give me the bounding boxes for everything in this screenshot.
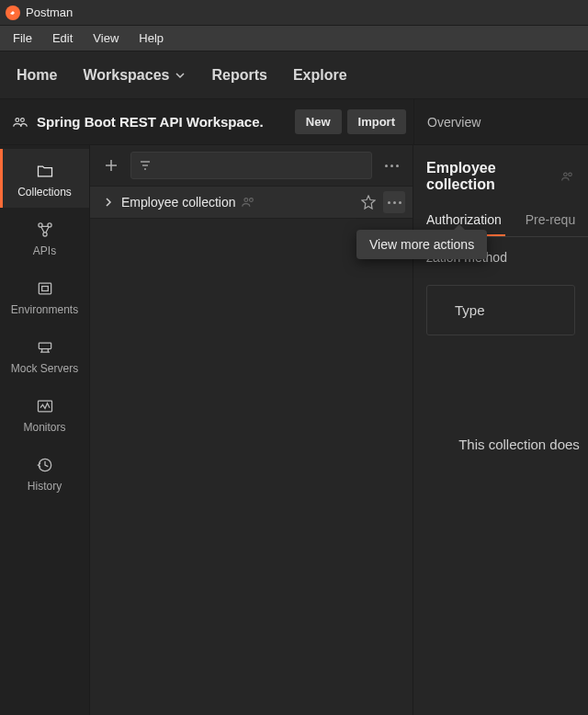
sidebar-item-apis[interactable]: APIs	[0, 208, 89, 267]
svg-point-2	[20, 118, 24, 121]
monitor-icon	[36, 397, 54, 415]
folder-icon	[36, 162, 54, 180]
auth-type-label: Type	[455, 302, 485, 318]
svg-point-5	[42, 233, 46, 236]
empty-collection-text: This collection does	[413, 437, 588, 452]
people-icon	[13, 117, 28, 128]
collection-more-actions-button[interactable]	[383, 191, 405, 213]
nav-workspaces[interactable]: Workspaces	[83, 67, 186, 84]
detail-title: Employee collection	[426, 160, 556, 193]
nav-workspaces-label: Workspaces	[83, 67, 169, 84]
svg-rect-7	[41, 287, 48, 291]
sidebar-item-mock-servers[interactable]: Mock Servers	[0, 325, 89, 384]
filter-icon	[139, 159, 152, 172]
chevron-down-icon	[175, 70, 186, 81]
postman-logo-icon	[6, 6, 20, 20]
svg-rect-9	[38, 401, 51, 412]
detail-title-row: Employee collection	[413, 145, 588, 204]
collections-panel: Employee collection View more actions	[90, 145, 413, 715]
chevron-right-icon	[103, 197, 114, 208]
star-icon[interactable]	[361, 195, 376, 210]
sidebar: Collections APIs Environments Mock Serve…	[0, 145, 90, 715]
sidebar-item-collections[interactable]: Collections	[0, 149, 89, 208]
menu-edit[interactable]: Edit	[43, 28, 82, 49]
filter-input[interactable]	[130, 152, 372, 179]
svg-point-1	[16, 118, 19, 121]
nav-explore[interactable]: Explore	[293, 67, 347, 84]
tab-prerequest[interactable]: Pre-requ	[522, 212, 579, 236]
sidebar-item-environments[interactable]: Environments	[0, 267, 89, 325]
collections-options-button[interactable]	[378, 152, 405, 179]
create-new-button[interactable]	[97, 152, 125, 179]
svg-point-12	[249, 199, 253, 202]
menu-file[interactable]: File	[4, 28, 41, 49]
workspace-title[interactable]: Spring Boot REST API Workspace.	[37, 114, 264, 130]
menubar: File Edit View Help	[0, 26, 588, 51]
svg-point-11	[243, 199, 247, 202]
app-title: Postman	[26, 6, 73, 19]
titlebar: Postman	[0, 0, 588, 26]
sidebar-label: Mock Servers	[11, 362, 78, 375]
history-icon	[36, 456, 54, 474]
plus-icon	[104, 158, 119, 173]
main: Collections APIs Environments Mock Serve…	[0, 145, 588, 715]
collection-row[interactable]: Employee collection	[90, 186, 413, 219]
menu-help[interactable]: Help	[130, 28, 173, 49]
sidebar-label: Collections	[17, 186, 72, 199]
auth-type-selector[interactable]: Type	[426, 285, 575, 335]
import-button[interactable]: Import	[347, 109, 406, 134]
apis-icon	[36, 221, 54, 239]
svg-rect-8	[39, 343, 51, 349]
tab-overview-label: Overview	[427, 115, 481, 130]
env-icon	[36, 279, 54, 298]
people-icon	[242, 197, 256, 208]
people-icon	[561, 171, 575, 182]
nav-home[interactable]: Home	[17, 67, 57, 84]
sidebar-item-monitors[interactable]: Monitors	[0, 384, 89, 443]
workspace-left: Spring Boot REST API Workspace. New Impo…	[0, 109, 413, 134]
dots-horizontal-icon	[385, 165, 399, 167]
svg-rect-6	[39, 283, 51, 294]
collection-name: Employee collection	[121, 195, 236, 210]
menu-view[interactable]: View	[84, 28, 128, 49]
workspace-bar: Spring Boot REST API Workspace. New Impo…	[0, 99, 588, 145]
sidebar-label: APIs	[33, 244, 56, 257]
sidebar-label: Environments	[11, 303, 78, 316]
new-button[interactable]: New	[295, 109, 342, 134]
sidebar-item-history[interactable]: History	[0, 443, 89, 502]
svg-point-13	[564, 173, 568, 176]
tooltip-view-more-actions: View more actions	[356, 230, 487, 259]
sidebar-label: Monitors	[23, 421, 65, 434]
dots-horizontal-icon	[388, 201, 401, 204]
sidebar-label: History	[28, 480, 62, 493]
tab-overview[interactable]: Overview	[413, 99, 588, 144]
collections-toolbar	[90, 145, 413, 186]
nav-reports[interactable]: Reports	[211, 67, 266, 84]
mock-icon	[36, 338, 54, 357]
svg-point-14	[569, 173, 572, 176]
top-nav: Home Workspaces Reports Explore	[0, 51, 588, 99]
